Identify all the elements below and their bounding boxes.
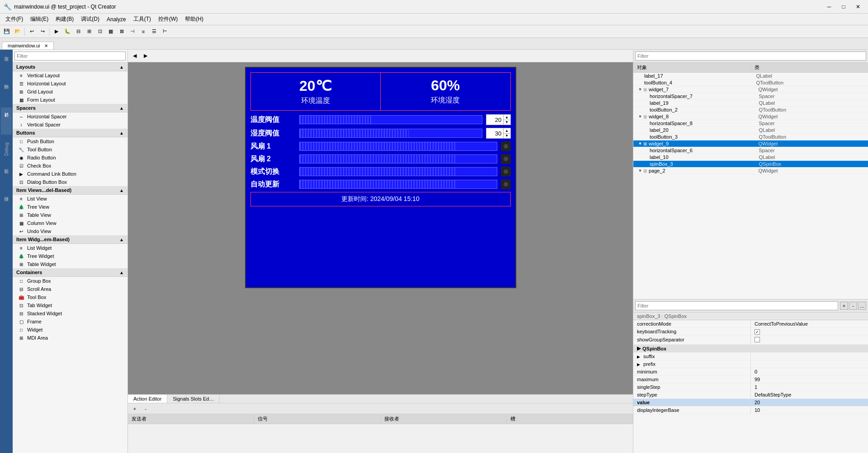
- row-slider-fan2[interactable]: [299, 154, 497, 163]
- toolbar-redo[interactable]: ↪: [38, 27, 47, 37]
- section-containers-toggle[interactable]: ▲: [119, 270, 124, 275]
- widget-vertical-layout[interactable]: ≡ Vertical Layout: [13, 71, 127, 79]
- widget-scroll-area[interactable]: ⊟ Scroll Area: [13, 285, 127, 293]
- spinbox-up-humidity[interactable]: ▲: [504, 128, 510, 134]
- widget-form-layout[interactable]: ▦ Form Layout: [13, 96, 127, 104]
- props-row-showgroupsep[interactable]: showGroupSeparator: [633, 336, 868, 345]
- qspinbox-expand-icon[interactable]: ▶: [637, 346, 641, 351]
- mode-help[interactable]: 帮助: [1, 191, 12, 219]
- widget-v-spacer[interactable]: ↕ Vertical Spacer: [13, 121, 127, 129]
- obj-row-toolbutton3[interactable]: toolButton_3 QToolButton: [633, 134, 868, 140]
- bottom-tab-action-editor[interactable]: Action Editor: [128, 395, 167, 403]
- props-filter-add[interactable]: +: [840, 302, 848, 310]
- obj-filter-input[interactable]: [635, 51, 866, 61]
- widget-push-button[interactable]: □ Push Button: [13, 137, 127, 145]
- props-row-maximum[interactable]: maximum 99: [633, 376, 868, 383]
- props-row-displayintegerbase[interactable]: displayIntegerBase 10: [633, 406, 868, 414]
- widget-horizontal-layout[interactable]: ☰ Horizontal Layout: [13, 79, 127, 88]
- mode-design[interactable]: 设计: [1, 107, 12, 135]
- widget-filter-input[interactable]: [14, 51, 126, 61]
- props-value-singlestep[interactable]: 1: [751, 383, 868, 391]
- obj-row-hspacer6[interactable]: horizontalSpacer_6 Spacer: [633, 147, 868, 154]
- props-value-displayintegerbase[interactable]: 10: [751, 406, 868, 414]
- widget-tool-button[interactable]: 🔧 Tool Button: [13, 145, 127, 154]
- props-filter-remove[interactable]: -: [849, 302, 857, 310]
- row-toggle-mode[interactable]: [501, 167, 511, 177]
- obj-row-toolbutton4[interactable]: toolButton_4 QToolButton: [633, 79, 868, 86]
- menu-edit[interactable]: 编辑(E): [27, 14, 52, 24]
- props-value-showgroupsep[interactable]: [751, 336, 868, 344]
- menu-analyze[interactable]: Analyze: [103, 15, 130, 23]
- obj-row-hspacer7[interactable]: horizontalSpacer_7 Spacer: [633, 93, 868, 100]
- widget-check-box[interactable]: ☑ Check Box: [13, 162, 127, 170]
- widget-list-view[interactable]: ≡ List View: [13, 195, 127, 203]
- close-button[interactable]: ✕: [852, 2, 864, 12]
- props-value-minimum[interactable]: 0: [751, 368, 868, 375]
- widget-frame[interactable]: ▢ Frame: [13, 318, 127, 326]
- menu-debug[interactable]: 调试(D): [77, 14, 103, 24]
- prefix-expand-icon[interactable]: ▶: [637, 362, 640, 367]
- obj-row-widget9[interactable]: ▼ ⊞ widget_9 QWidget: [633, 140, 868, 147]
- obj-row-spinbox3[interactable]: spinBox_3 QSpinBox: [633, 161, 868, 168]
- props-value-keyboardtracking[interactable]: ✓: [751, 328, 868, 336]
- props-row-steptype[interactable]: stepType DefaultStepType: [633, 391, 868, 399]
- menu-help[interactable]: 帮助(H): [181, 14, 207, 24]
- toolbar-align-left[interactable]: ≡: [138, 27, 148, 37]
- show-group-separator-checkbox[interactable]: [755, 337, 760, 342]
- menu-controls[interactable]: 控件(W): [155, 14, 181, 24]
- widget-mdi-area[interactable]: ⊞ MDI Area: [13, 334, 127, 342]
- row-spinbox-temp[interactable]: 20 ▲ ▼: [486, 114, 511, 125]
- bottom-remove-btn[interactable]: -: [141, 404, 151, 414]
- props-value-prefix[interactable]: [751, 360, 868, 368]
- widget-list-widget[interactable]: ≡ List Widget: [13, 244, 127, 252]
- widget-table-widget[interactable]: ⊞ Table Widget: [13, 260, 127, 268]
- props-row-keyboardtracking[interactable]: keyboardTracking ✓: [633, 328, 868, 336]
- bottom-tab-signals-slots[interactable]: Signals Slots Ed…: [167, 395, 220, 403]
- widget-h-spacer[interactable]: ↔ Horizontal Spacer: [13, 112, 127, 121]
- row-slider-humidity[interactable]: [299, 129, 482, 138]
- obj-expand-widget9[interactable]: ▼: [637, 141, 643, 146]
- menu-tools[interactable]: 工具(T): [130, 14, 155, 24]
- toolbar-break[interactable]: ⊠: [117, 27, 127, 37]
- keyboard-tracking-checkbox[interactable]: ✓: [755, 329, 760, 335]
- toolbar-layout-form[interactable]: ▦: [106, 27, 116, 37]
- section-layouts-toggle[interactable]: ▲: [119, 65, 124, 70]
- canvas-area[interactable]: 20℃ 环境温度 60% 环境湿度 温度阀值 20: [128, 62, 633, 394]
- props-value-suffix[interactable]: [751, 353, 868, 360]
- mode-edit[interactable]: 编辑: [1, 79, 12, 107]
- form-canvas[interactable]: 20℃ 环境温度 60% 环境湿度 温度阀值 20: [245, 67, 516, 288]
- toolbar-layout-grid[interactable]: ⊡: [95, 27, 105, 37]
- toolbar-adjust-size[interactable]: ⊣: [127, 27, 137, 37]
- section-item-views[interactable]: Item Views...del-Based) ▲: [13, 186, 127, 195]
- obj-row-widget7[interactable]: ▼ ⊞ widget_7 QWidget: [633, 86, 868, 93]
- props-filter-input[interactable]: [635, 301, 838, 310]
- spinbox-down-temp[interactable]: ▼: [504, 120, 510, 125]
- toolbar-open[interactable]: 📂: [13, 27, 23, 37]
- obj-expand-widget7[interactable]: ▼: [637, 87, 643, 92]
- props-value-value[interactable]: 20: [751, 399, 868, 406]
- section-item-widgets-toggle[interactable]: ▲: [119, 237, 124, 242]
- widget-command-link-button[interactable]: ▶ Command Link Button: [13, 170, 127, 178]
- widget-grid-layout[interactable]: ⊞ Grid Layout: [13, 88, 127, 96]
- widget-tab-widget[interactable]: ⊡ Tab Widget: [13, 301, 127, 309]
- row-toggle-auto[interactable]: [501, 179, 511, 189]
- maximize-button[interactable]: □: [837, 2, 850, 12]
- row-slider-auto[interactable]: [299, 180, 497, 189]
- props-row-singlestep[interactable]: singleStep 1: [633, 383, 868, 391]
- widget-tree-widget[interactable]: 🌲 Tree Widget: [13, 252, 127, 260]
- mode-welcome[interactable]: 欢迎: [1, 51, 12, 79]
- canvas-nav-back[interactable]: ◀: [130, 51, 140, 61]
- row-slider-mode[interactable]: [299, 167, 497, 176]
- toolbar-layout-v[interactable]: ⊞: [84, 27, 94, 37]
- toolbar-debug[interactable]: 🐛: [62, 27, 72, 37]
- editor-tab-mainwindow[interactable]: mainwindow.ui ✕: [2, 42, 54, 49]
- toolbar-align-right[interactable]: ⊢: [160, 27, 170, 37]
- obj-row-page2[interactable]: ▼ ⊞ page_2 QWidget: [633, 168, 868, 174]
- props-row-correctionmode[interactable]: correctionMode CorrectToPreviousValue: [633, 320, 868, 328]
- toolbar-undo[interactable]: ↩: [27, 27, 37, 37]
- widget-tree-view[interactable]: 🌲 Tree View: [13, 203, 127, 211]
- widget-stacked-widget[interactable]: ⊟ Stacked Widget: [13, 309, 127, 318]
- obj-row-widget8[interactable]: ▼ ⊞ widget_8 QWidget: [633, 113, 868, 120]
- row-toggle-fan1[interactable]: [501, 141, 511, 151]
- section-spacers[interactable]: Spacers ▲: [13, 104, 127, 112]
